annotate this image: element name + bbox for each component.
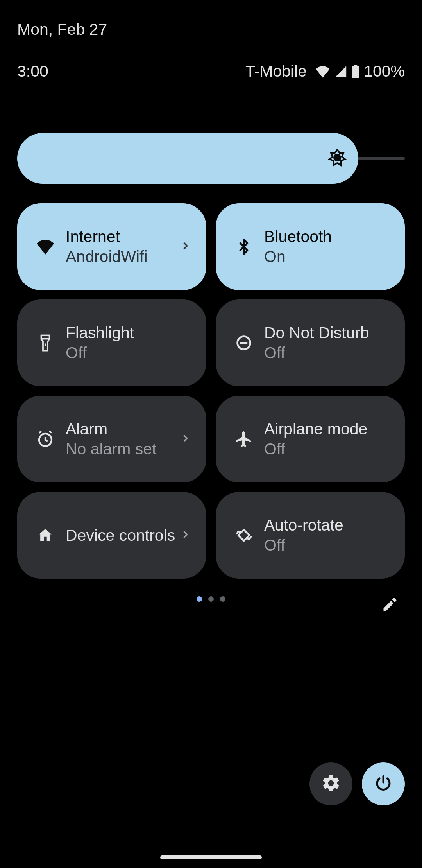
page-dot-2[interactable] (208, 596, 214, 602)
chevron-right-icon[interactable] (180, 240, 191, 253)
navigation-handle[interactable] (160, 855, 262, 859)
flashlight-icon (33, 330, 58, 355)
tile-title: Internet (66, 228, 190, 246)
power-icon (374, 774, 393, 794)
tile-device-controls[interactable]: Device controls (17, 492, 206, 579)
page-dot-3[interactable] (220, 596, 225, 602)
tile-title: Alarm (66, 420, 190, 438)
svg-rect-2 (41, 335, 50, 339)
edit-tiles-button[interactable] (379, 594, 401, 615)
quick-settings-grid: Internet AndroidWifi Bluetooth On Flashl… (0, 184, 422, 579)
svg-point-1 (334, 154, 340, 161)
tile-title: Flashlight (66, 324, 190, 342)
status-bar: 3:00 T-Mobile 100% (0, 39, 422, 81)
page-indicator[interactable] (197, 596, 225, 602)
tile-subtitle: Off (66, 344, 190, 362)
chevron-right-icon[interactable] (180, 433, 191, 445)
battery-percent: 100% (364, 62, 405, 81)
settings-button[interactable] (309, 762, 352, 805)
power-button[interactable] (362, 762, 405, 805)
tile-subtitle: Off (264, 536, 388, 554)
carrier-label: T-Mobile (245, 62, 307, 81)
tile-dnd[interactable]: Do Not Disturb Off (216, 299, 405, 386)
chevron-right-icon[interactable] (180, 529, 191, 542)
tile-alarm[interactable]: Alarm No alarm set (17, 396, 206, 482)
brightness-slider[interactable] (17, 133, 405, 184)
brightness-icon (328, 148, 347, 169)
tile-subtitle: On (264, 247, 388, 266)
clock: 3:00 (17, 62, 48, 81)
tile-title: Device controls (66, 526, 190, 545)
bluetooth-icon (231, 234, 256, 259)
auto-rotate-icon (231, 523, 256, 548)
do-not-disturb-icon (231, 330, 256, 355)
tile-subtitle: Off (264, 344, 388, 362)
tile-airplane[interactable]: Airplane mode Off (216, 396, 405, 482)
page-dot-1[interactable] (197, 596, 202, 602)
tile-autorotate[interactable]: Auto-rotate Off (216, 492, 405, 579)
wifi-icon (315, 65, 330, 78)
brightness-slider-wrap (0, 81, 422, 184)
cellular-signal-icon (334, 65, 347, 78)
date-header: Mon, Feb 27 (0, 0, 422, 39)
bottom-actions (309, 762, 405, 805)
battery-icon (351, 65, 360, 78)
airplane-icon (231, 427, 256, 452)
tile-subtitle: Off (264, 440, 388, 458)
tile-title: Do Not Disturb (264, 324, 388, 342)
gear-icon (321, 773, 341, 794)
tile-flashlight[interactable]: Flashlight Off (17, 299, 206, 386)
tile-internet[interactable]: Internet AndroidWifi (17, 203, 206, 290)
home-icon (33, 523, 58, 548)
tile-bluetooth[interactable]: Bluetooth On (216, 203, 405, 290)
tile-title: Airplane mode (264, 420, 388, 438)
pager-row (0, 579, 422, 602)
tile-title: Auto-rotate (264, 516, 388, 534)
alarm-clock-icon (33, 427, 58, 452)
tile-subtitle: AndroidWifi (66, 247, 190, 266)
wifi-icon (33, 234, 58, 259)
tile-title: Bluetooth (264, 228, 388, 246)
tile-subtitle: No alarm set (66, 440, 190, 458)
